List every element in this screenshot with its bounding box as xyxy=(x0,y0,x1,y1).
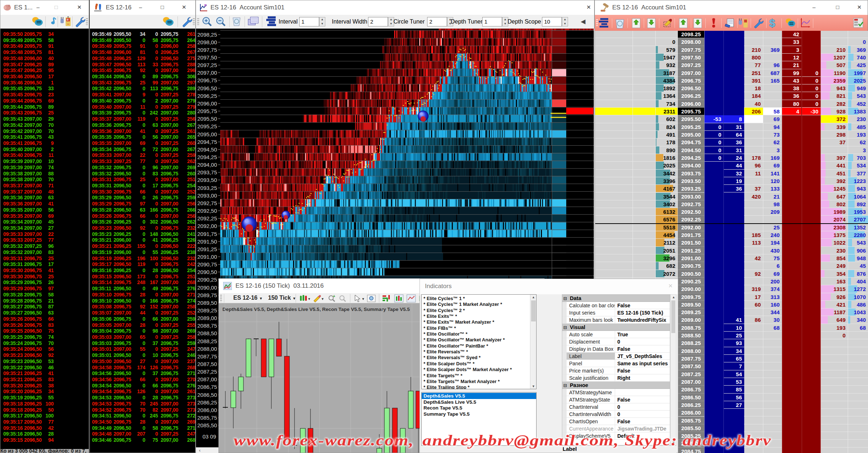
svg-text:$: $ xyxy=(769,17,775,29)
svg-text:+: + xyxy=(333,294,335,298)
svg-text:▼: ▼ xyxy=(308,297,310,301)
svg-text:▼: ▼ xyxy=(321,297,324,301)
svg-text:▼: ▼ xyxy=(362,297,365,301)
svg-text:+: + xyxy=(67,18,69,22)
svg-text:–: – xyxy=(67,22,69,26)
